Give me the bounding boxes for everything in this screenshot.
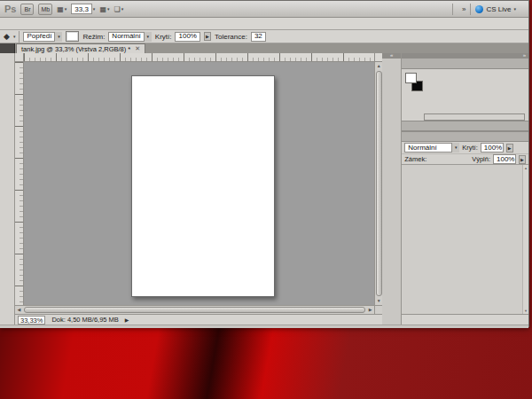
layer-fill-value: 100% — [497, 155, 514, 164]
chevron-down-icon: ▾ — [513, 6, 516, 12]
photoshop-window: Ps Br Mb ▦ ▾ 33,3 ▾ ▦ ▾ ❏ ▾ » — [0, 0, 529, 327]
layers-panel-tabs — [402, 131, 528, 142]
tolerance-field[interactable]: 32 — [251, 32, 266, 42]
chevron-down-icon: ▾ — [451, 143, 459, 153]
document-tab[interactable]: tank.jpg @ 33,3% (Vrstva 2,RGB/8) * ✕ — [16, 43, 145, 53]
panel-column: » — [402, 53, 528, 325]
menu-bar — [0, 18, 528, 30]
photoshop-logo: Ps — [4, 4, 16, 14]
ruler-cap — [374, 53, 382, 62]
blend-mode-select[interactable]: Normální ▾ — [108, 32, 151, 42]
foreground-color-swatch[interactable] — [66, 31, 79, 42]
paint-bucket-icon: ◆ — [4, 32, 10, 41]
zoom-level-control[interactable]: 33,3 ▾ — [71, 4, 95, 14]
horizontal-scroll-thumb[interactable] — [24, 307, 365, 313]
view-extras-icon[interactable]: ▦ ▾ — [57, 5, 66, 13]
chevron-down-icon[interactable]: ▾ — [13, 34, 16, 39]
main-area: ▲ ▼ ◀ ▶ 33,33% Dok: 4,50 MB/6,95 MB ▶ — [0, 53, 528, 325]
layers-controls: Normální ▾ Krytí: 100% ▶ — [402, 142, 528, 154]
fill-source-value: Popředí — [27, 32, 51, 41]
document-viewport[interactable] — [24, 62, 374, 305]
layers-bottom-bar — [402, 314, 528, 325]
opacity-slider-button[interactable]: ▶ — [204, 32, 211, 41]
opacity-field[interactable]: 100% — [175, 32, 200, 42]
mode-label: Režim: — [82, 33, 105, 41]
scroll-left-icon[interactable]: ◀ — [15, 306, 23, 314]
rgb-sliders — [424, 72, 526, 112]
view-row: ▲ ▼ — [15, 62, 382, 305]
cs-live-icon — [475, 5, 483, 13]
status-zoom-field[interactable]: 33,33% — [18, 316, 45, 325]
arrange-documents-icon[interactable]: ▦ ▾ — [99, 5, 109, 13]
separator — [19, 31, 20, 43]
vertical-scroll-thumb[interactable] — [376, 71, 382, 296]
scroll-right-icon[interactable]: ▶ — [366, 306, 374, 314]
bridge-icon[interactable]: Br — [20, 4, 34, 15]
mini-bridge-icon[interactable]: Mb — [38, 4, 52, 15]
spectrum-ramp[interactable] — [425, 114, 513, 120]
layer-fill-field[interactable]: 100% — [493, 154, 516, 164]
layer-fill-slider-button[interactable]: ▶ — [519, 155, 526, 164]
layer-opacity-label: Krytí: — [462, 144, 478, 152]
canvas-area: ▲ ▼ ◀ ▶ 33,33% Dok: 4,50 MB/6,95 MB ▶ — [15, 53, 382, 325]
tools-panel-header[interactable] — [0, 43, 15, 53]
ruler-row — [15, 53, 382, 62]
more-workspaces-button[interactable]: » — [462, 5, 466, 13]
scroll-down-icon[interactable]: ▼ — [524, 309, 528, 313]
foreground-background-swatches[interactable] — [404, 72, 424, 112]
chevron-down-icon: ▾ — [93, 6, 96, 12]
white-chip[interactable] — [519, 114, 524, 120]
chevron-down-icon: ▾ — [144, 32, 152, 42]
tools-panel — [0, 53, 15, 325]
layer-opacity-slider-button[interactable]: ▶ — [506, 144, 513, 153]
tab-close-icon[interactable]: ✕ — [135, 45, 140, 52]
layer-blend-mode-select[interactable]: Normální ▾ — [404, 143, 459, 153]
scrollbar-corner — [374, 306, 382, 315]
options-bar: ◆ ▾ Popředí ▾ Režim: Normální ▾ Krytí: 1… — [0, 30, 528, 43]
layers-scrollbar[interactable]: ▲ ▼ — [522, 165, 528, 314]
layers-list: ▲ ▼ — [402, 165, 528, 314]
window-bottom-edge — [0, 325, 528, 328]
desktop-background: Ps Br Mb ▦ ▾ 33,3 ▾ ▦ ▾ ❏ ▾ » — [0, 0, 532, 399]
document-canvas[interactable] — [131, 75, 275, 297]
scroll-up-icon[interactable]: ▲ — [524, 166, 528, 170]
dock-collapse-button[interactable]: « — [382, 53, 401, 59]
ruler-corner[interactable] — [15, 53, 24, 62]
application-bar: Ps Br Mb ▦ ▾ 33,3 ▾ ▦ ▾ ❏ ▾ » — [0, 1, 528, 18]
status-expand-icon[interactable]: ▶ — [125, 317, 129, 323]
cs-live-button[interactable]: CS Live ▾ — [475, 5, 516, 13]
tolerance-label: Tolerance: — [215, 33, 247, 41]
panel-dock: « — [382, 53, 402, 325]
chevron-down-icon: ▾ — [121, 6, 124, 12]
chevron-down-icon: ▾ — [54, 32, 62, 42]
layer-blend-mode-value: Normální — [408, 144, 449, 153]
vertical-scrollbar[interactable]: ▲ ▼ — [374, 62, 382, 305]
document-size-info: Dok: 4,50 MB/6,95 MB — [51, 316, 118, 324]
opacity-value: 100% — [178, 32, 196, 41]
separator — [452, 4, 453, 15]
layer-opacity-field[interactable]: 100% — [481, 143, 504, 153]
document-title: tank.jpg @ 33,3% (Vrstva 2,RGB/8) * — [21, 45, 130, 53]
vertical-ruler[interactable] — [15, 62, 24, 305]
grid-icon: ▦ — [57, 5, 64, 13]
chevron-down-icon: ▾ — [107, 6, 110, 12]
color-ramp[interactable] — [424, 113, 525, 121]
layer-opacity-value: 100% — [484, 144, 502, 153]
fill-label: Výplň: — [472, 155, 490, 163]
horizontal-scrollbar[interactable]: ◀ ▶ — [15, 305, 382, 314]
tolerance-value: 32 — [254, 32, 262, 41]
fill-source-select[interactable]: Popředí ▾ — [23, 32, 62, 42]
zoom-level-value[interactable]: 33,3 — [71, 4, 92, 14]
layers-lock-row: Zámek: Výplň: 100% ▶ — [402, 154, 528, 165]
screen-mode-icon[interactable]: ❏ ▾ — [113, 5, 123, 13]
colors-panel-tabs — [402, 59, 528, 69]
adjustments-panel-tabs — [402, 121, 528, 131]
chevron-down-icon: ▾ — [65, 6, 67, 12]
blend-mode-value: Normální — [112, 32, 140, 41]
foreground-swatch[interactable] — [405, 73, 417, 83]
separator — [470, 4, 471, 15]
lock-label: Zámek: — [404, 155, 426, 163]
screen-icon: ❏ — [113, 5, 120, 13]
horizontal-ruler[interactable] — [24, 53, 374, 62]
colors-panel-body — [402, 69, 528, 112]
